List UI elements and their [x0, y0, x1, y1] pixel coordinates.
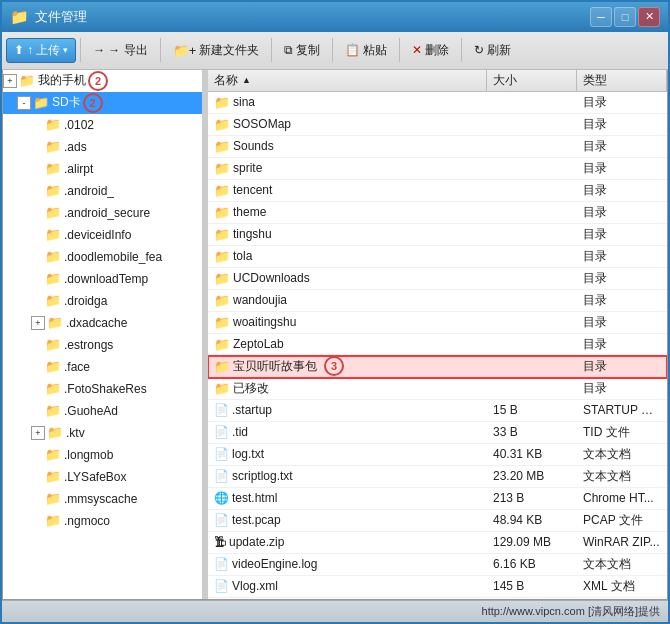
file-row[interactable]: 🌐test.html213 BChrome HT...	[208, 488, 667, 510]
file-name-cell: 📁SOSOMap	[208, 117, 487, 132]
file-row[interactable]: 📁wandoujia目录	[208, 290, 667, 312]
sidebar-item-ktv[interactable]: +📁.ktv	[3, 422, 202, 444]
folder-icon: 📁	[214, 161, 230, 176]
tree-item-label: .android_secure	[64, 206, 150, 220]
minimize-button[interactable]: ─	[590, 7, 612, 27]
sidebar-item-mmsyscache[interactable]: 📁.mmsyscache	[3, 488, 202, 510]
sidebar-item-droidga[interactable]: 📁.droidga	[3, 290, 202, 312]
tree-expand-icon[interactable]: +	[3, 74, 17, 88]
file-type-cell: 文本文档	[577, 468, 667, 485]
file-row[interactable]: 📁sina目录	[208, 92, 667, 114]
file-row[interactable]: 📁UCDownloads目录	[208, 268, 667, 290]
close-button[interactable]: ✕	[638, 7, 660, 27]
tree-expand-icon[interactable]: -	[17, 96, 31, 110]
sidebar-item-downloadTemp[interactable]: 📁.downloadTemp	[3, 268, 202, 290]
file-zip-icon: 🗜	[214, 535, 226, 549]
file-name: wandoujia	[233, 293, 287, 307]
file-tree[interactable]: +📁我的手机2-📁SD卡2📁.0102📁.ads📁.alirpt📁.androi…	[3, 70, 203, 600]
sidebar-item-face[interactable]: 📁.face	[3, 356, 202, 378]
sidebar-item-LYSafeBox[interactable]: 📁.LYSafeBox	[3, 466, 202, 488]
sidebar-item-dxadcache[interactable]: +📁.dxadcache	[3, 312, 202, 334]
toolbar-separator-1	[80, 38, 81, 62]
file-row[interactable]: 📁Sounds目录	[208, 136, 667, 158]
export-button[interactable]: → → 导出	[85, 38, 155, 63]
sidebar-item-GuoheAd[interactable]: 📁.GuoheAd	[3, 400, 202, 422]
col-header-name[interactable]: 名称 ▲	[208, 70, 487, 91]
file-row[interactable]: 📁SOSOMap目录	[208, 114, 667, 136]
tree-item-label: .dxadcache	[66, 316, 127, 330]
title-bar-icon: 📁	[10, 8, 29, 26]
file-row[interactable]: 📁tencent目录	[208, 180, 667, 202]
tree-item-label: .ads	[64, 140, 87, 154]
file-row[interactable]: 📄.startup15 BSTARTUP 文...	[208, 400, 667, 422]
file-name: sprite	[233, 161, 262, 175]
tree-item-label: .longmob	[64, 448, 113, 462]
folder-icon: 📁	[45, 161, 61, 176]
sidebar-item-FotoShakeRes[interactable]: 📁.FotoShakeRes	[3, 378, 202, 400]
file-name-cell: 📁sprite	[208, 161, 487, 176]
tree-item-label: .0102	[64, 118, 94, 132]
toolbar-separator-5	[399, 38, 400, 62]
file-type-cell: 文本文档	[577, 556, 667, 573]
file-name: 宝贝听听故事包	[233, 358, 317, 375]
toolbar-separator-2	[160, 38, 161, 62]
file-row[interactable]: 📁tingshu目录	[208, 224, 667, 246]
new-folder-button[interactable]: 📁+ 新建文件夹	[165, 38, 268, 63]
file-row[interactable]: 📄Vlog.xml145 BXML 文档	[208, 576, 667, 598]
file-row[interactable]: 📁已移改目录	[208, 378, 667, 400]
file-list[interactable]: 📁sina目录📁SOSOMap目录📁Sounds目录📁sprite目录📁tenc…	[208, 92, 667, 600]
file-row[interactable]: 📁tola目录	[208, 246, 667, 268]
refresh-button[interactable]: ↻ 刷新	[466, 38, 519, 63]
file-row[interactable]: 📄.tid33 BTID 文件	[208, 422, 667, 444]
file-name: Sounds	[233, 139, 274, 153]
file-row[interactable]: 📄log.txt40.31 KB文本文档	[208, 444, 667, 466]
file-name: Vlog.xml	[232, 579, 278, 593]
maximize-button[interactable]: □	[614, 7, 636, 27]
sidebar-item-ngmoco[interactable]: 📁.ngmoco	[3, 510, 202, 532]
sidebar-item-deviceidInfo[interactable]: 📁.deviceidInfo	[3, 224, 202, 246]
sidebar-item-longmob[interactable]: 📁.longmob	[3, 444, 202, 466]
file-row[interactable]: 📁woaitingshu目录	[208, 312, 667, 334]
sidebar-item-0102[interactable]: 📁.0102	[3, 114, 202, 136]
sidebar-item-android_secure[interactable]: 📁.android_secure	[3, 202, 202, 224]
file-row[interactable]: 📁sprite目录	[208, 158, 667, 180]
tree-expand-icon[interactable]: +	[31, 426, 45, 440]
col-header-size[interactable]: 大小	[487, 70, 577, 91]
sidebar-item-sdcard[interactable]: -📁SD卡2	[3, 92, 202, 114]
file-name-cell: 📄Vlog.xml	[208, 579, 487, 593]
file-type-cell: PCAP 文件	[577, 512, 667, 529]
file-row[interactable]: 📁ZeptoLab目录	[208, 334, 667, 356]
new-folder-icon: 📁+	[173, 43, 197, 58]
folder-icon: 📁	[214, 227, 230, 242]
sidebar-item-estrongs[interactable]: 📁.estrongs	[3, 334, 202, 356]
file-size-cell: 33 B	[487, 425, 577, 439]
tree-expand-icon[interactable]: +	[31, 316, 45, 330]
sidebar-item-phone[interactable]: +📁我的手机2	[3, 70, 202, 92]
file-type-cell: 目录	[577, 314, 667, 331]
delete-button[interactable]: ✕ 删除	[404, 38, 457, 63]
folder-icon: 📁	[214, 117, 230, 132]
tree-item-label: .alirpt	[64, 162, 93, 176]
copy-button[interactable]: ⧉ 复制	[276, 38, 328, 63]
tree-item-label: .deviceidInfo	[64, 228, 131, 242]
folder-icon: 📁	[45, 403, 61, 418]
file-row[interactable]: 🗜update.zip129.09 MBWinRAR ZIP...	[208, 532, 667, 554]
sidebar-item-doodlemobile_fea[interactable]: 📁.doodlemobile_fea	[3, 246, 202, 268]
file-size-cell: 40.31 KB	[487, 447, 577, 461]
highlight-badge: 3	[324, 356, 344, 376]
upload-button[interactable]: ⬆ ↑ 上传 ▾	[6, 38, 76, 63]
file-row[interactable]: 📄test.pcap48.94 KBPCAP 文件	[208, 510, 667, 532]
file-name-cell: 📁已移改	[208, 380, 487, 397]
file-row[interactable]: 📁theme目录	[208, 202, 667, 224]
col-header-type[interactable]: 类型	[577, 70, 667, 91]
file-type-cell: 目录	[577, 336, 667, 353]
file-row[interactable]: 📁宝贝听听故事包3目录	[208, 356, 667, 378]
sidebar-item-android_[interactable]: 📁.android_	[3, 180, 202, 202]
file-row[interactable]: 📄scriptlog.txt23.20 MB文本文档	[208, 466, 667, 488]
file-txt-icon: 📄	[214, 557, 229, 571]
paste-button[interactable]: 📋 粘贴	[337, 38, 395, 63]
upload-icon: ⬆	[14, 43, 24, 57]
file-row[interactable]: 📄videoEngine.log6.16 KB文本文档	[208, 554, 667, 576]
sidebar-item-alirpt[interactable]: 📁.alirpt	[3, 158, 202, 180]
sidebar-item-ads[interactable]: 📁.ads	[3, 136, 202, 158]
